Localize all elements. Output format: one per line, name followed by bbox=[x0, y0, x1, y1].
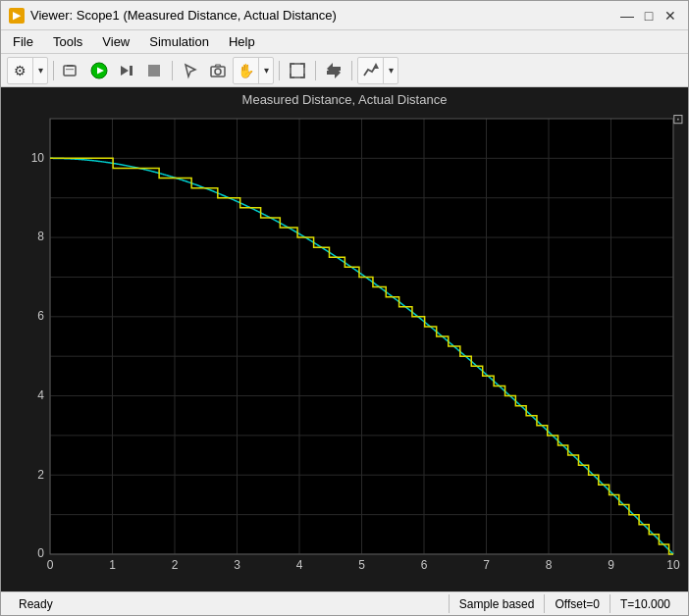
svg-rect-6 bbox=[148, 65, 160, 77]
status-bar: Ready Sample based Offset=0 T=10.000 bbox=[1, 591, 688, 615]
plot-title: Measured Distance, Actual Distance bbox=[1, 87, 688, 109]
toolbar-separator-2 bbox=[172, 61, 173, 80]
plot-area: Measured Distance, Actual Distance ⊡ bbox=[1, 87, 688, 591]
minimize-button[interactable]: — bbox=[617, 6, 637, 26]
main-window: ▶ Viewer: Scope1 (Measured Distance, Act… bbox=[0, 0, 689, 616]
menu-file[interactable]: File bbox=[5, 32, 41, 51]
settings-group: ⚙ ▾ bbox=[7, 57, 48, 84]
pan-button[interactable]: ✋ bbox=[234, 58, 259, 83]
window-title: Viewer: Scope1 (Measured Distance, Actua… bbox=[30, 8, 337, 23]
status-sample-based: Sample based bbox=[450, 594, 546, 613]
zoom-button[interactable] bbox=[321, 58, 346, 83]
svg-rect-5 bbox=[130, 66, 132, 76]
zoom-fit-button[interactable] bbox=[285, 58, 310, 83]
signal-button[interactable] bbox=[358, 58, 384, 83]
signal-icon bbox=[362, 62, 380, 79]
settings-button[interactable]: ⚙ bbox=[8, 58, 33, 83]
pointer-button[interactable] bbox=[178, 58, 203, 83]
toolbar-separator-1 bbox=[53, 61, 54, 80]
title-bar-left: ▶ Viewer: Scope1 (Measured Distance, Act… bbox=[9, 8, 337, 24]
svg-marker-13 bbox=[373, 63, 379, 69]
maximize-button[interactable]: □ bbox=[639, 6, 659, 26]
pan-dropdown-button[interactable]: ▾ bbox=[259, 58, 273, 83]
step-button[interactable] bbox=[114, 58, 139, 83]
menu-bar: File Tools View Simulation Help bbox=[1, 30, 688, 54]
toolbar-separator-3 bbox=[279, 61, 280, 80]
stop-icon bbox=[145, 62, 163, 79]
toolbar-separator-5 bbox=[351, 61, 352, 80]
run-button[interactable] bbox=[86, 58, 112, 83]
title-bar: ▶ Viewer: Scope1 (Measured Distance, Act… bbox=[1, 1, 688, 30]
toolbar-separator-4 bbox=[315, 61, 316, 80]
menu-view[interactable]: View bbox=[94, 32, 137, 51]
pan-group: ✋ ▾ bbox=[233, 57, 274, 84]
toolbar: ⚙ ▾ bbox=[1, 54, 688, 87]
signal-dropdown-button[interactable]: ▾ bbox=[384, 58, 398, 83]
camera-button[interactable] bbox=[205, 58, 231, 83]
menu-help[interactable]: Help bbox=[221, 32, 263, 51]
close-button[interactable]: ✕ bbox=[661, 6, 680, 26]
step-icon bbox=[118, 62, 135, 79]
open-button[interactable] bbox=[59, 58, 84, 83]
status-time: T=10.000 bbox=[610, 594, 680, 613]
status-offset: Offset=0 bbox=[545, 594, 610, 613]
run-icon bbox=[90, 62, 108, 79]
zoom-fit-icon bbox=[289, 62, 306, 79]
svg-rect-0 bbox=[64, 66, 76, 76]
settings-dropdown-button[interactable]: ▾ bbox=[33, 58, 47, 83]
status-ready: Ready bbox=[9, 594, 450, 613]
menu-simulation[interactable]: Simulation bbox=[141, 32, 217, 51]
stop-button[interactable] bbox=[141, 58, 167, 83]
zoom-icon bbox=[325, 62, 343, 79]
menu-tools[interactable]: Tools bbox=[45, 32, 90, 51]
app-icon: ▶ bbox=[9, 8, 25, 24]
svg-rect-10 bbox=[291, 64, 304, 77]
svg-marker-4 bbox=[121, 66, 129, 76]
pointer-icon bbox=[182, 62, 199, 79]
chart-container[interactable]: ⊡ bbox=[1, 109, 688, 591]
svg-marker-7 bbox=[186, 65, 195, 77]
svg-point-9 bbox=[215, 69, 221, 75]
title-controls: — □ ✕ bbox=[617, 6, 680, 26]
open-icon bbox=[63, 62, 80, 79]
signal-group: ▾ bbox=[357, 57, 398, 84]
plot-canvas[interactable] bbox=[1, 109, 688, 591]
camera-icon bbox=[209, 62, 227, 79]
svg-rect-1 bbox=[66, 69, 74, 70]
